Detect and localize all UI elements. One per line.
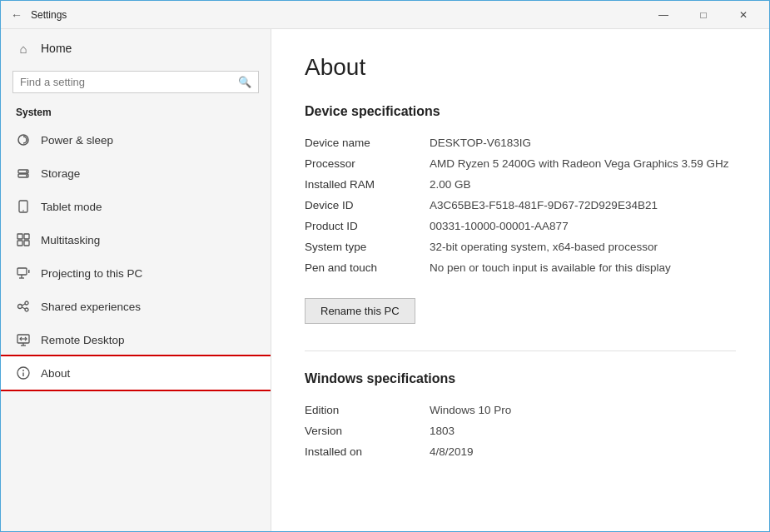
spec-label: Product ID [305, 216, 430, 236]
spec-value: 4/8/2019 [430, 441, 736, 462]
main-content: About Device specifications Device nameD… [271, 29, 769, 531]
table-row: Pen and touchNo pen or touch input is av… [305, 257, 736, 278]
tablet-mode-icon [16, 199, 31, 214]
windows-specs-table: EditionWindows 10 ProVersion1803Installe… [305, 400, 736, 462]
spec-label: Pen and touch [305, 257, 430, 278]
sidebar-item-projecting[interactable]: Projecting to this PC [1, 256, 271, 290]
spec-label: System type [305, 236, 430, 257]
table-row: EditionWindows 10 Pro [305, 400, 736, 420]
spec-label: Edition [305, 400, 430, 420]
device-specs-table: Device nameDESKTOP-V6183IGProcessorAMD R… [305, 132, 736, 278]
spec-label: Device name [305, 132, 430, 153]
sidebar-item-about[interactable]: About [1, 356, 271, 390]
spec-value: 1803 [430, 420, 736, 441]
spec-value: DESKTOP-V6183IG [430, 132, 736, 153]
minimize-button[interactable]: — [644, 2, 683, 28]
table-row: Installed RAM2.00 GB [305, 174, 736, 195]
spec-value: Windows 10 Pro [430, 400, 736, 420]
svg-rect-7 [17, 234, 22, 239]
svg-point-6 [22, 210, 24, 211]
home-label: Home [41, 42, 72, 55]
spec-label: Device ID [305, 195, 430, 216]
table-row: ProcessorAMD Ryzen 5 2400G with Radeon V… [305, 153, 736, 174]
svg-rect-12 [28, 270, 30, 273]
remote-desktop-label: Remote Desktop [41, 334, 125, 346]
table-row: Installed on4/8/2019 [305, 441, 736, 462]
svg-point-25 [22, 370, 24, 371]
spec-label: Version [305, 420, 430, 441]
spec-label: Installed on [305, 441, 430, 462]
sidebar-item-power-sleep[interactable]: Power & sleep [1, 123, 271, 157]
sidebar-search-box[interactable]: 🔍 [12, 71, 259, 93]
table-row: System type32-bit operating system, x64-… [305, 236, 736, 257]
multitasking-icon [16, 232, 31, 247]
spec-value: AMD Ryzen 5 2400G with Radeon Vega Graph… [430, 153, 736, 174]
content-area: ⌂ Home 🔍 System Power & sleep [1, 29, 769, 531]
svg-rect-11 [17, 268, 27, 275]
back-button[interactable]: ← [11, 8, 22, 22]
table-row: Device nameDESKTOP-V6183IG [305, 132, 736, 153]
power-sleep-icon [16, 132, 31, 147]
spec-value: 2.00 GB [430, 174, 736, 195]
svg-point-4 [26, 175, 27, 177]
sidebar-item-tablet-mode[interactable]: Tablet mode [1, 190, 271, 223]
table-row: Product ID00331-10000-00001-AA877 [305, 216, 736, 236]
svg-line-18 [22, 304, 25, 306]
remote-desktop-icon [16, 332, 31, 347]
sidebar-item-multitasking[interactable]: Multitasking [1, 223, 271, 256]
sidebar-item-remote-desktop[interactable]: Remote Desktop [1, 323, 271, 356]
svg-rect-10 [24, 241, 29, 246]
settings-window: ← Settings — □ ✕ ⌂ Home 🔍 System [0, 0, 770, 532]
divider [305, 351, 736, 351]
storage-icon [16, 166, 31, 181]
sidebar-section-system: System [1, 103, 271, 123]
spec-value: 32-bit operating system, x64-based proce… [430, 236, 736, 257]
spec-label: Processor [305, 153, 430, 174]
storage-label: Storage [41, 167, 80, 180]
titlebar-left: ← Settings [11, 8, 67, 22]
projecting-icon [16, 266, 31, 281]
table-row: Version1803 [305, 420, 736, 441]
sidebar-item-home[interactable]: ⌂ Home [1, 29, 271, 67]
close-button[interactable]: ✕ [724, 2, 763, 28]
multitasking-label: Multitasking [41, 234, 100, 246]
device-specs-title: Device specifications [305, 104, 736, 119]
search-input[interactable] [20, 76, 233, 88]
sidebar: ⌂ Home 🔍 System Power & sleep [1, 29, 271, 531]
window-title: Settings [31, 9, 67, 21]
sidebar-item-storage[interactable]: Storage [1, 157, 271, 190]
svg-point-17 [25, 308, 28, 311]
svg-rect-8 [24, 234, 29, 239]
svg-point-3 [26, 171, 27, 172]
svg-line-19 [22, 307, 25, 309]
page-title: About [305, 54, 736, 81]
spec-value: No pen or touch input is available for t… [430, 257, 736, 278]
sidebar-item-shared-experiences[interactable]: Shared experiences [1, 290, 271, 323]
shared-experiences-label: Shared experiences [41, 301, 141, 313]
rename-pc-button[interactable]: Rename this PC [305, 298, 415, 324]
table-row: Device IDA3C65BE3-F518-481F-9D67-72D929E… [305, 195, 736, 216]
projecting-label: Projecting to this PC [41, 267, 142, 280]
windows-specs-title: Windows specifications [305, 371, 736, 386]
svg-rect-9 [17, 241, 22, 246]
spec-label: Installed RAM [305, 174, 430, 195]
about-icon [16, 365, 31, 380]
svg-point-16 [25, 301, 28, 305]
titlebar-controls: — □ ✕ [644, 2, 763, 28]
spec-value: 00331-10000-00001-AA877 [430, 216, 736, 236]
home-icon: ⌂ [16, 41, 31, 56]
spec-value: A3C65BE3-F518-481F-9D67-72D929E34B21 [430, 195, 736, 216]
titlebar: ← Settings — □ ✕ [1, 1, 769, 29]
shared-experiences-icon [16, 299, 31, 314]
svg-point-15 [18, 305, 22, 309]
search-icon: 🔍 [238, 76, 251, 88]
about-label: About [41, 367, 70, 380]
tablet-mode-label: Tablet mode [41, 201, 102, 213]
maximize-button[interactable]: □ [684, 2, 723, 28]
power-sleep-label: Power & sleep [41, 134, 113, 147]
